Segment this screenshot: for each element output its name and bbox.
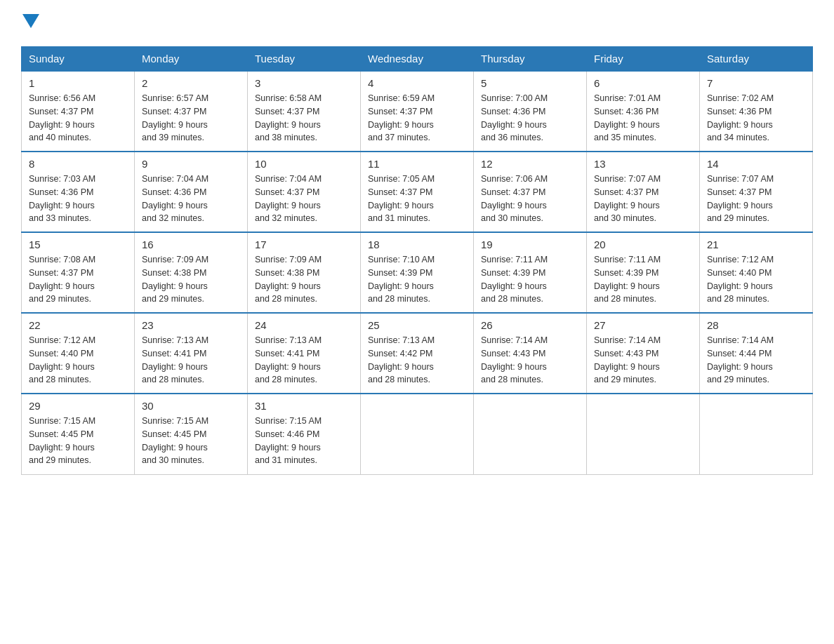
calendar-day-cell: 16 Sunrise: 7:09 AMSunset: 4:38 PMDaylig… — [135, 232, 248, 313]
header-saturday: Saturday — [700, 47, 813, 72]
calendar-day-cell: 2 Sunrise: 6:57 AMSunset: 4:37 PMDayligh… — [135, 71, 248, 152]
day-number: 10 — [255, 158, 353, 170]
day-number: 2 — [142, 77, 240, 89]
day-number: 3 — [255, 77, 353, 89]
header-wednesday: Wednesday — [361, 47, 474, 72]
calendar-day-cell: 5 Sunrise: 7:00 AMSunset: 4:36 PMDayligh… — [474, 71, 587, 152]
day-info: Sunrise: 7:03 AMSunset: 4:36 PMDaylight:… — [29, 174, 95, 223]
day-info: Sunrise: 7:04 AMSunset: 4:36 PMDaylight:… — [142, 174, 208, 223]
calendar-day-cell: 27 Sunrise: 7:14 AMSunset: 4:43 PMDaylig… — [587, 313, 700, 394]
calendar-day-cell: 26 Sunrise: 7:14 AMSunset: 4:43 PMDaylig… — [474, 313, 587, 394]
day-info: Sunrise: 7:07 AMSunset: 4:37 PMDaylight:… — [594, 174, 661, 223]
day-info: Sunrise: 7:04 AMSunset: 4:37 PMDaylight:… — [255, 174, 322, 223]
calendar-day-cell: 4 Sunrise: 6:59 AMSunset: 4:37 PMDayligh… — [361, 71, 474, 152]
day-number: 31 — [255, 400, 353, 412]
day-number: 19 — [481, 239, 579, 250]
header-row: SundayMondayTuesdayWednesdayThursdayFrid… — [22, 47, 813, 72]
day-info: Sunrise: 6:56 AMSunset: 4:37 PMDaylight:… — [29, 93, 95, 142]
day-info: Sunrise: 7:08 AMSunset: 4:37 PMDaylight:… — [29, 255, 95, 304]
calendar-day-cell: 30 Sunrise: 7:15 AMSunset: 4:45 PMDaylig… — [135, 394, 248, 474]
calendar-week-row: 8 Sunrise: 7:03 AMSunset: 4:36 PMDayligh… — [22, 152, 813, 232]
day-info: Sunrise: 7:13 AMSunset: 4:41 PMDaylight:… — [142, 335, 208, 384]
day-info: Sunrise: 7:05 AMSunset: 4:37 PMDaylight:… — [368, 174, 435, 223]
logo-text — [21, 14, 39, 32]
day-info: Sunrise: 7:11 AMSunset: 4:39 PMDaylight:… — [481, 255, 548, 304]
day-number: 18 — [368, 239, 466, 250]
day-info: Sunrise: 7:15 AMSunset: 4:45 PMDaylight:… — [142, 416, 208, 465]
day-info: Sunrise: 7:14 AMSunset: 4:43 PMDaylight:… — [594, 335, 661, 384]
day-number: 7 — [707, 77, 805, 89]
day-info: Sunrise: 7:09 AMSunset: 4:38 PMDaylight:… — [255, 255, 322, 304]
day-number: 26 — [481, 319, 579, 331]
calendar-day-cell: 9 Sunrise: 7:04 AMSunset: 4:36 PMDayligh… — [135, 152, 248, 232]
day-number: 1 — [29, 77, 127, 89]
day-number: 23 — [142, 319, 240, 331]
calendar-day-cell: 25 Sunrise: 7:13 AMSunset: 4:42 PMDaylig… — [361, 313, 474, 394]
day-info: Sunrise: 7:15 AMSunset: 4:46 PMDaylight:… — [255, 416, 322, 465]
calendar-day-cell: 7 Sunrise: 7:02 AMSunset: 4:36 PMDayligh… — [700, 71, 813, 152]
calendar-day-cell: 12 Sunrise: 7:06 AMSunset: 4:37 PMDaylig… — [474, 152, 587, 232]
day-number: 6 — [594, 77, 692, 89]
page-header — [21, 14, 813, 32]
day-number: 14 — [707, 158, 805, 170]
day-number: 17 — [255, 239, 353, 250]
calendar-day-cell: 19 Sunrise: 7:11 AMSunset: 4:39 PMDaylig… — [474, 232, 587, 313]
day-number: 22 — [29, 319, 127, 331]
day-number: 16 — [142, 239, 240, 250]
calendar-day-cell: 29 Sunrise: 7:15 AMSunset: 4:45 PMDaylig… — [22, 394, 135, 474]
calendar-day-cell: 14 Sunrise: 7:07 AMSunset: 4:37 PMDaylig… — [700, 152, 813, 232]
day-info: Sunrise: 7:13 AMSunset: 4:41 PMDaylight:… — [255, 335, 322, 384]
day-info: Sunrise: 6:57 AMSunset: 4:37 PMDaylight:… — [142, 93, 208, 142]
day-info: Sunrise: 7:06 AMSunset: 4:37 PMDaylight:… — [481, 174, 548, 223]
calendar-table: SundayMondayTuesdayWednesdayThursdayFrid… — [21, 46, 813, 475]
calendar-header: SundayMondayTuesdayWednesdayThursdayFrid… — [22, 47, 813, 72]
day-info: Sunrise: 7:11 AMSunset: 4:39 PMDaylight:… — [594, 255, 661, 304]
calendar-day-cell: 13 Sunrise: 7:07 AMSunset: 4:37 PMDaylig… — [587, 152, 700, 232]
calendar-week-row: 29 Sunrise: 7:15 AMSunset: 4:45 PMDaylig… — [22, 394, 813, 474]
day-number: 13 — [594, 158, 692, 170]
day-number: 9 — [142, 158, 240, 170]
calendar-day-cell: 6 Sunrise: 7:01 AMSunset: 4:36 PMDayligh… — [587, 71, 700, 152]
calendar-day-cell: 21 Sunrise: 7:12 AMSunset: 4:40 PMDaylig… — [700, 232, 813, 313]
calendar-day-cell: 1 Sunrise: 6:56 AMSunset: 4:37 PMDayligh… — [22, 71, 135, 152]
day-number: 27 — [594, 319, 692, 331]
day-number: 4 — [368, 77, 466, 89]
calendar-week-row: 15 Sunrise: 7:08 AMSunset: 4:37 PMDaylig… — [22, 232, 813, 313]
calendar-day-cell: 23 Sunrise: 7:13 AMSunset: 4:41 PMDaylig… — [135, 313, 248, 394]
calendar-day-cell: 3 Sunrise: 6:58 AMSunset: 4:37 PMDayligh… — [248, 71, 361, 152]
calendar-day-cell: 15 Sunrise: 7:08 AMSunset: 4:37 PMDaylig… — [22, 232, 135, 313]
header-tuesday: Tuesday — [248, 47, 361, 72]
day-number: 12 — [481, 158, 579, 170]
calendar-week-row: 22 Sunrise: 7:12 AMSunset: 4:40 PMDaylig… — [22, 313, 813, 394]
day-info: Sunrise: 7:00 AMSunset: 4:36 PMDaylight:… — [481, 93, 548, 142]
day-number: 20 — [594, 239, 692, 250]
calendar-day-cell: 18 Sunrise: 7:10 AMSunset: 4:39 PMDaylig… — [361, 232, 474, 313]
day-number: 21 — [707, 239, 805, 250]
calendar-day-cell — [361, 394, 474, 474]
day-number: 8 — [29, 158, 127, 170]
calendar-day-cell: 24 Sunrise: 7:13 AMSunset: 4:41 PMDaylig… — [248, 313, 361, 394]
day-number: 5 — [481, 77, 579, 89]
day-number: 11 — [368, 158, 466, 170]
header-monday: Monday — [135, 47, 248, 72]
day-number: 30 — [142, 400, 240, 412]
day-info: Sunrise: 7:12 AMSunset: 4:40 PMDaylight:… — [707, 255, 774, 304]
day-info: Sunrise: 7:13 AMSunset: 4:42 PMDaylight:… — [368, 335, 435, 384]
calendar-day-cell: 17 Sunrise: 7:09 AMSunset: 4:38 PMDaylig… — [248, 232, 361, 313]
header-thursday: Thursday — [474, 47, 587, 72]
calendar-day-cell — [474, 394, 587, 474]
day-info: Sunrise: 6:59 AMSunset: 4:37 PMDaylight:… — [368, 93, 435, 142]
day-number: 25 — [368, 319, 466, 331]
day-info: Sunrise: 7:14 AMSunset: 4:44 PMDaylight:… — [707, 335, 774, 384]
day-info: Sunrise: 7:15 AMSunset: 4:45 PMDaylight:… — [29, 416, 95, 465]
logo — [21, 14, 39, 32]
calendar-day-cell: 28 Sunrise: 7:14 AMSunset: 4:44 PMDaylig… — [700, 313, 813, 394]
logo-triangle-icon — [22, 14, 39, 28]
header-friday: Friday — [587, 47, 700, 72]
day-info: Sunrise: 7:09 AMSunset: 4:38 PMDaylight:… — [142, 255, 208, 304]
calendar-body: 1 Sunrise: 6:56 AMSunset: 4:37 PMDayligh… — [22, 71, 813, 474]
calendar-day-cell: 11 Sunrise: 7:05 AMSunset: 4:37 PMDaylig… — [361, 152, 474, 232]
calendar-day-cell: 22 Sunrise: 7:12 AMSunset: 4:40 PMDaylig… — [22, 313, 135, 394]
calendar-week-row: 1 Sunrise: 6:56 AMSunset: 4:37 PMDayligh… — [22, 71, 813, 152]
day-info: Sunrise: 6:58 AMSunset: 4:37 PMDaylight:… — [255, 93, 322, 142]
